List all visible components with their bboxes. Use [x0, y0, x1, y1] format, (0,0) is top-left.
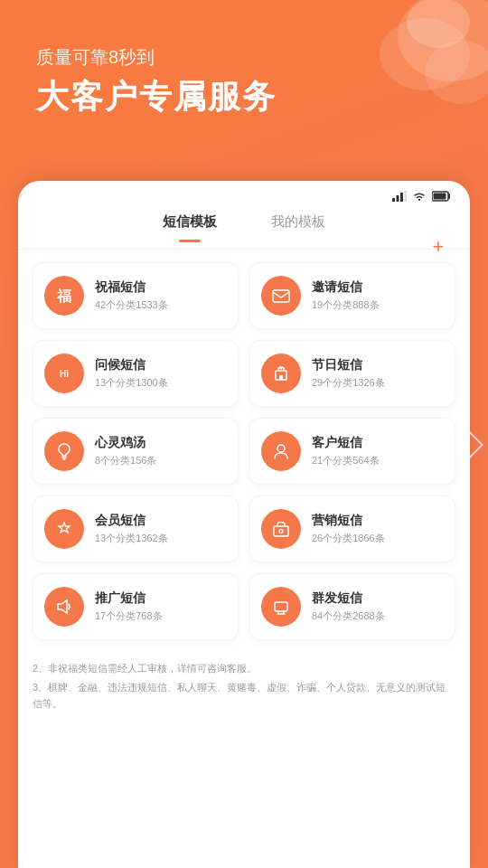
invite-desc: 19个分类888条 [312, 298, 380, 312]
member-desc: 13个分类1362条 [95, 532, 168, 545]
status-bar [18, 181, 470, 204]
broadcast-text: 群发短信 84个分类2688条 [312, 590, 385, 623]
hero-title: 大客户专属服务 [36, 77, 277, 116]
promote-text: 推广短信 17个分类768条 [95, 590, 163, 623]
grid-item-invite[interactable]: 邀请短信 19个分类888条 [249, 262, 455, 329]
inspiration-title: 心灵鸡汤 [95, 435, 156, 451]
holiday-icon [261, 354, 301, 393]
customer-desc: 21个分类564条 [312, 454, 380, 467]
grid-item-customer[interactable]: 客户短信 21个分类564条 [249, 418, 455, 485]
holiday-desc: 29个分类1326条 [312, 376, 385, 390]
grid-item-promote[interactable]: 推广短信 17个分类768条 [33, 573, 239, 640]
marketing-icon [261, 509, 301, 549]
invite-text: 邀请短信 19个分类888条 [312, 279, 380, 312]
notice-section: 2、非祝福类短信需经人工审核，详情可咨询客服。 3、棋牌、金融、违法违规短信、私… [18, 653, 470, 712]
grid-item-holiday[interactable]: 节日短信 29个分类1326条 [249, 340, 455, 407]
tab-bar: 短信模板 我的模板 [18, 204, 470, 250]
svg-rect-12 [273, 290, 289, 302]
member-icon [44, 509, 84, 549]
notice-line1: 2、非祝福类短信需经人工审核，详情可咨询客服。 [33, 660, 455, 677]
blessing-icon: 福 [44, 276, 84, 316]
holiday-title: 节日短信 [312, 357, 385, 373]
svg-point-17 [277, 445, 285, 452]
grid-item-blessing[interactable]: 福 祝福短信 42个分类1533条 [33, 262, 239, 329]
main-card: 短信模板 我的模板 福 祝福短信 42个分类1533条 邀请短信 19个分类88… [18, 181, 470, 868]
broadcast-desc: 84个分类2688条 [312, 609, 385, 623]
svg-text:福: 福 [56, 288, 71, 304]
svg-rect-5 [397, 195, 399, 202]
member-title: 会员短信 [95, 513, 168, 529]
broadcast-icon [261, 587, 301, 627]
blessing-title: 祝福短信 [95, 279, 168, 296]
greeting-icon: Hi [44, 354, 84, 393]
promote-desc: 17个分类768条 [95, 609, 163, 623]
broadcast-title: 群发短信 [312, 590, 385, 607]
customer-text: 客户短信 21个分类564条 [312, 435, 380, 467]
holiday-text: 节日短信 29个分类1326条 [312, 357, 385, 390]
svg-rect-18 [274, 526, 288, 536]
add-template-button[interactable]: + [425, 233, 452, 260]
svg-point-19 [279, 530, 283, 533]
wifi-icon [412, 190, 427, 204]
greeting-title: 问候短信 [95, 357, 168, 373]
grid-item-inspiration[interactable]: 心灵鸡汤 8个分类156条 [33, 418, 239, 485]
greeting-desc: 13个分类1300条 [95, 376, 168, 390]
tab-my-template[interactable]: 我的模板 [271, 213, 325, 236]
inspiration-text: 心灵鸡汤 8个分类156条 [95, 435, 156, 467]
hero-section: 质量可靠8秒到 大客户专属服务 [36, 45, 277, 116]
invite-title: 邀请短信 [312, 279, 380, 296]
greeting-text: 问候短信 13个分类1300条 [95, 357, 168, 390]
member-text: 会员短信 13个分类1362条 [95, 513, 168, 545]
svg-rect-7 [405, 191, 408, 202]
grid-item-marketing[interactable]: 营销短信 26个分类1866条 [249, 495, 455, 562]
svg-rect-4 [392, 198, 395, 202]
svg-rect-15 [279, 375, 283, 380]
tab-sms-template[interactable]: 短信模板 [163, 213, 217, 236]
grid-item-member[interactable]: 会员短信 13个分类1362条 [33, 495, 239, 562]
notice-line2: 3、棋牌、金融、违法违规短信、私人聊天、黄赌毒、虚假、诈骗、个人贷款、无意义的测… [33, 679, 455, 712]
promote-title: 推广短信 [95, 590, 163, 607]
battery-icon [432, 190, 452, 204]
signal-icon [392, 190, 407, 204]
inspiration-icon [44, 431, 84, 471]
svg-text:Hi: Hi [60, 369, 69, 379]
cloud-decoration [307, 0, 488, 145]
grid-item-broadcast[interactable]: 群发短信 84个分类2688条 [249, 573, 455, 640]
marketing-title: 营销短信 [312, 513, 385, 529]
invite-icon [261, 276, 301, 316]
hero-subtitle: 质量可靠8秒到 [36, 45, 277, 70]
marketing-text: 营销短信 26个分类1866条 [312, 513, 385, 545]
svg-point-8 [418, 199, 420, 201]
blessing-text: 祝福短信 42个分类1533条 [95, 279, 168, 312]
svg-rect-20 [275, 602, 287, 611]
customer-icon [261, 431, 301, 471]
marketing-desc: 26个分类1866条 [312, 532, 385, 545]
category-grid: 福 祝福短信 42个分类1533条 邀请短信 19个分类888条 Hi 问候短信… [18, 250, 470, 653]
svg-rect-10 [434, 193, 446, 200]
grid-item-greeting[interactable]: Hi 问候短信 13个分类1300条 [33, 340, 239, 407]
left-accent-decoration [0, 380, 7, 434]
blessing-desc: 42个分类1533条 [95, 298, 168, 312]
inspiration-desc: 8个分类156条 [95, 454, 156, 467]
svg-rect-6 [400, 193, 403, 202]
svg-point-16 [280, 367, 283, 370]
promote-icon [44, 587, 84, 627]
customer-title: 客户短信 [312, 435, 380, 451]
